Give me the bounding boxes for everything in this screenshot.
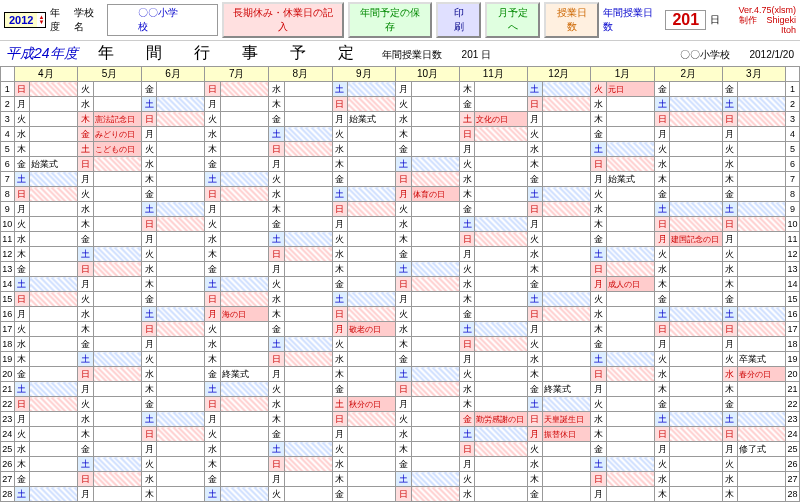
dow-cell[interactable]: 金 [332, 172, 348, 187]
event-cell[interactable] [411, 277, 459, 292]
event-cell[interactable] [93, 337, 141, 352]
dow-cell[interactable]: 水 [527, 352, 543, 367]
event-cell[interactable] [348, 337, 396, 352]
event-cell[interactable] [475, 172, 527, 187]
event-cell[interactable] [284, 157, 332, 172]
dow-cell[interactable]: 火 [459, 262, 475, 277]
event-cell[interactable] [221, 442, 269, 457]
dow-cell[interactable]: 土 [591, 457, 607, 472]
event-cell[interactable] [348, 307, 396, 322]
event-cell[interactable] [606, 232, 654, 247]
dow-cell[interactable]: 水 [396, 217, 412, 232]
dow-cell[interactable]: 金 [527, 487, 543, 502]
event-cell[interactable] [475, 382, 527, 397]
event-cell[interactable] [411, 382, 459, 397]
dow-cell[interactable]: 木 [14, 142, 30, 157]
dow-cell[interactable]: 月 [14, 97, 30, 112]
event-cell[interactable] [606, 352, 654, 367]
dow-cell[interactable]: 木 [591, 427, 607, 442]
dow-cell[interactable]: 金 [396, 142, 412, 157]
dow-cell[interactable]: 水 [268, 397, 284, 412]
dow-cell[interactable]: 土 [527, 397, 543, 412]
dow-cell[interactable]: 水 [78, 307, 94, 322]
dow-cell[interactable]: 火 [527, 337, 543, 352]
event-cell[interactable] [543, 142, 591, 157]
event-cell[interactable] [284, 487, 332, 502]
dow-cell[interactable]: 木 [332, 157, 348, 172]
event-cell[interactable] [30, 307, 78, 322]
event-cell[interactable] [348, 217, 396, 232]
event-cell[interactable] [670, 97, 722, 112]
event-cell[interactable]: 秋分の日 [348, 397, 396, 412]
event-cell[interactable] [30, 292, 78, 307]
event-cell[interactable]: みどりの日 [93, 127, 141, 142]
event-cell[interactable] [284, 217, 332, 232]
dow-cell[interactable]: 木 [654, 277, 670, 292]
dow-cell[interactable]: 水 [396, 427, 412, 442]
dow-cell[interactable]: 木 [268, 412, 284, 427]
event-cell[interactable] [221, 247, 269, 262]
event-cell[interactable] [670, 217, 722, 232]
event-cell[interactable] [93, 397, 141, 412]
event-cell[interactable] [670, 352, 722, 367]
dow-cell[interactable]: 火 [141, 457, 157, 472]
dow-cell[interactable]: 木 [205, 247, 221, 262]
dow-cell[interactable]: 火 [591, 397, 607, 412]
event-cell[interactable] [411, 397, 459, 412]
dow-cell[interactable]: 土 [205, 382, 221, 397]
dow-cell[interactable]: 火 [527, 442, 543, 457]
dow-cell[interactable]: 月 [459, 352, 475, 367]
event-cell[interactable] [670, 307, 722, 322]
dow-cell[interactable]: 月 [205, 202, 221, 217]
dow-cell[interactable]: 金 [722, 292, 738, 307]
dow-cell[interactable]: 水 [396, 322, 412, 337]
event-cell[interactable] [411, 247, 459, 262]
event-cell[interactable] [543, 337, 591, 352]
dow-cell[interactable]: 水 [459, 382, 475, 397]
dow-cell[interactable]: 水 [268, 187, 284, 202]
dow-cell[interactable]: 木 [332, 472, 348, 487]
event-cell[interactable] [221, 82, 269, 97]
event-cell[interactable] [670, 337, 722, 352]
event-cell[interactable] [606, 487, 654, 502]
dow-cell[interactable]: 日 [527, 307, 543, 322]
event-cell[interactable] [738, 472, 786, 487]
dow-cell[interactable]: 火 [14, 322, 30, 337]
event-cell[interactable] [738, 127, 786, 142]
dow-cell[interactable]: 木 [527, 262, 543, 277]
dow-cell[interactable]: 金 [332, 487, 348, 502]
dow-cell[interactable]: 木 [268, 97, 284, 112]
dow-cell[interactable]: 金 [205, 472, 221, 487]
dow-cell[interactable]: 土 [396, 472, 412, 487]
dow-cell[interactable]: 日 [459, 442, 475, 457]
event-cell[interactable] [606, 127, 654, 142]
event-cell[interactable] [738, 157, 786, 172]
dow-cell[interactable]: 水 [78, 97, 94, 112]
dow-cell[interactable]: 土 [205, 277, 221, 292]
dow-cell[interactable]: 土 [591, 142, 607, 157]
dow-cell[interactable]: 木 [459, 187, 475, 202]
dow-cell[interactable]: 水 [459, 277, 475, 292]
dow-cell[interactable]: 月 [141, 232, 157, 247]
dow-cell[interactable]: 月 [654, 127, 670, 142]
event-cell[interactable] [284, 247, 332, 262]
event-cell[interactable] [284, 307, 332, 322]
event-cell[interactable] [475, 217, 527, 232]
dow-cell[interactable]: 土 [332, 397, 348, 412]
dow-cell[interactable]: 木 [396, 337, 412, 352]
dow-cell[interactable]: 火 [527, 127, 543, 142]
dow-cell[interactable]: 土 [396, 262, 412, 277]
dow-cell[interactable]: 土 [78, 352, 94, 367]
event-cell[interactable] [284, 187, 332, 202]
event-cell[interactable] [411, 232, 459, 247]
dow-cell[interactable]: 土 [268, 232, 284, 247]
dow-cell[interactable]: 月 [527, 112, 543, 127]
event-cell[interactable] [221, 472, 269, 487]
dow-cell[interactable]: 木 [654, 382, 670, 397]
event-cell[interactable] [475, 142, 527, 157]
event-cell[interactable] [411, 367, 459, 382]
event-cell[interactable] [284, 232, 332, 247]
dow-cell[interactable]: 日 [268, 142, 284, 157]
dow-cell[interactable]: 日 [459, 232, 475, 247]
dow-cell[interactable]: 土 [332, 292, 348, 307]
